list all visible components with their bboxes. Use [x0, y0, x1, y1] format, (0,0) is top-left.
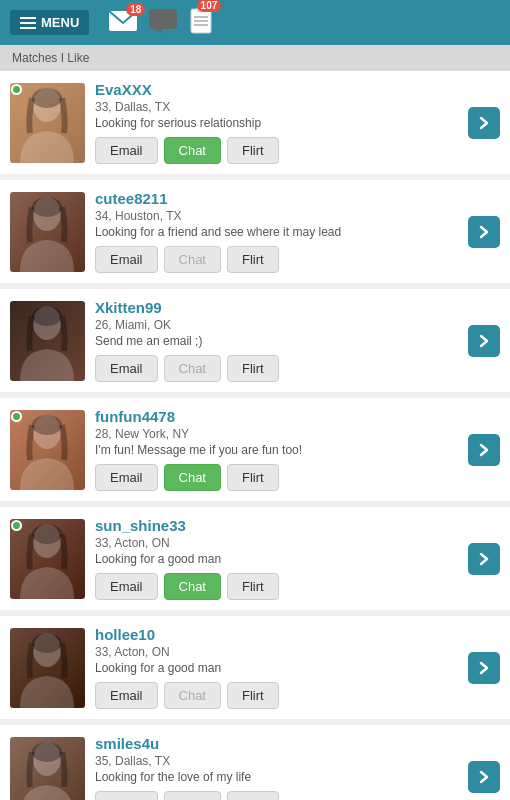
avatar	[10, 519, 85, 599]
profile-bio: Looking for the love of my life	[95, 770, 458, 784]
flirt-button[interactable]: Flirt	[227, 464, 279, 491]
svg-point-19	[32, 633, 62, 653]
profile-chevron-button[interactable]	[468, 434, 500, 466]
profile-bio: Send me an email ;)	[95, 334, 458, 348]
profile-info: hollee10 33, Acton, ON Looking for a goo…	[95, 626, 458, 709]
flirt-button[interactable]: Flirt	[227, 355, 279, 382]
chevron-right-icon	[477, 116, 491, 130]
profile-meta: 26, Miami, OK	[95, 318, 458, 332]
avatar-wrap	[10, 628, 85, 708]
profile-info: funfun4478 28, New York, NY I'm fun! Mes…	[95, 408, 458, 491]
profile-chevron-button[interactable]	[468, 107, 500, 139]
profile-chevron-button[interactable]	[468, 652, 500, 684]
flirt-button[interactable]: Flirt	[227, 246, 279, 273]
profile-name: funfun4478	[95, 408, 458, 425]
avatar-image	[10, 83, 85, 163]
avatar-image	[10, 519, 85, 599]
email-button[interactable]: Email	[95, 246, 158, 273]
profile-name: EvaXXX	[95, 81, 458, 98]
email-button[interactable]: Email	[95, 137, 158, 164]
profile-info: Xkitten99 26, Miami, OK Send me an email…	[95, 299, 458, 382]
profile-chevron-button[interactable]	[468, 325, 500, 357]
chat-button[interactable]: Chat	[164, 246, 221, 273]
chevron-right-icon	[477, 225, 491, 239]
chat-button[interactable]: Chat	[164, 464, 221, 491]
email-button[interactable]: Email	[95, 682, 158, 709]
svg-marker-2	[155, 29, 161, 33]
avatar	[10, 301, 85, 381]
chat-icon-wrap[interactable]	[149, 9, 177, 37]
flirt-button[interactable]: Flirt	[227, 573, 279, 600]
avatar-wrap	[10, 192, 85, 272]
header-icons: 18 107	[109, 7, 213, 39]
profile-name: sun_shine33	[95, 517, 458, 534]
profile-name: Xkitten99	[95, 299, 458, 316]
profile-chevron-button[interactable]	[468, 216, 500, 248]
avatar-image	[10, 737, 85, 801]
avatar-wrap	[10, 519, 85, 599]
email-button[interactable]: Email	[95, 464, 158, 491]
chevron-right-icon	[477, 552, 491, 566]
profile-chevron-button[interactable]	[468, 543, 500, 575]
action-buttons: Email Chat Flirt	[95, 137, 458, 164]
profile-info: EvaXXX 33, Dallas, TX Looking for seriou…	[95, 81, 458, 164]
profile-bio: Looking for a good man	[95, 661, 458, 675]
menu-label: MENU	[41, 15, 79, 30]
flirt-button[interactable]: Flirt	[227, 791, 279, 800]
chat-button[interactable]: Chat	[164, 137, 221, 164]
chat-button[interactable]: Chat	[164, 573, 221, 600]
profile-meta: 34, Houston, TX	[95, 209, 458, 223]
list-item: funfun4478 28, New York, NY I'm fun! Mes…	[0, 398, 510, 501]
breadcrumb: Matches I Like	[0, 45, 510, 71]
profile-info: sun_shine33 33, Acton, ON Looking for a …	[95, 517, 458, 600]
list-item: sun_shine33 33, Acton, ON Looking for a …	[0, 507, 510, 610]
breadcrumb-text: Matches I Like	[12, 51, 89, 65]
avatar	[10, 192, 85, 272]
list-item: smiles4u 35, Dallas, TX Looking for the …	[0, 725, 510, 800]
hamburger-icon	[20, 17, 36, 29]
online-indicator	[11, 84, 22, 95]
profile-chevron-button[interactable]	[468, 761, 500, 793]
profile-info: cutee8211 34, Houston, TX Looking for a …	[95, 190, 458, 273]
chat-button[interactable]: Chat	[164, 355, 221, 382]
list-item: cutee8211 34, Houston, TX Looking for a …	[0, 180, 510, 283]
chevron-right-icon	[477, 334, 491, 348]
avatar	[10, 83, 85, 163]
profile-meta: 33, Dallas, TX	[95, 100, 458, 114]
profile-bio: Looking for a friend and see where it ma…	[95, 225, 458, 239]
chevron-right-icon	[477, 770, 491, 784]
action-buttons: Email Chat Flirt	[95, 355, 458, 382]
chevron-right-icon	[477, 443, 491, 457]
profile-list: EvaXXX 33, Dallas, TX Looking for seriou…	[0, 71, 510, 800]
profile-meta: 35, Dallas, TX	[95, 754, 458, 768]
action-buttons: Email Chat Flirt	[95, 682, 458, 709]
clipboard-icon-wrap[interactable]: 107	[189, 7, 213, 39]
email-button[interactable]: Email	[95, 573, 158, 600]
menu-button[interactable]: MENU	[10, 10, 89, 35]
profile-bio: I'm fun! Message me if you are fun too!	[95, 443, 458, 457]
action-buttons: Email Chat Flirt	[95, 246, 458, 273]
email-button[interactable]: Email	[95, 355, 158, 382]
email-button[interactable]: Email	[95, 791, 158, 800]
speech-bubble-icon	[149, 9, 177, 33]
profile-meta: 33, Acton, ON	[95, 536, 458, 550]
svg-point-17	[32, 524, 62, 544]
list-item: Xkitten99 26, Miami, OK Send me an email…	[0, 289, 510, 392]
profile-meta: 28, New York, NY	[95, 427, 458, 441]
avatar-wrap	[10, 410, 85, 490]
chat-button[interactable]: Chat	[164, 682, 221, 709]
profile-meta: 33, Acton, ON	[95, 645, 458, 659]
flirt-button[interactable]: Flirt	[227, 137, 279, 164]
avatar-wrap	[10, 301, 85, 381]
profile-bio: Looking for a good man	[95, 552, 458, 566]
email-icon-wrap[interactable]: 18	[109, 11, 137, 35]
profile-bio: Looking for serious relationship	[95, 116, 458, 130]
avatar	[10, 737, 85, 801]
profile-name: smiles4u	[95, 735, 458, 752]
flirt-button[interactable]: Flirt	[227, 682, 279, 709]
avatar-wrap	[10, 737, 85, 801]
online-indicator	[11, 411, 22, 422]
chat-button[interactable]: Chat	[164, 791, 221, 800]
email-badge: 18	[126, 3, 145, 16]
profile-name: cutee8211	[95, 190, 458, 207]
